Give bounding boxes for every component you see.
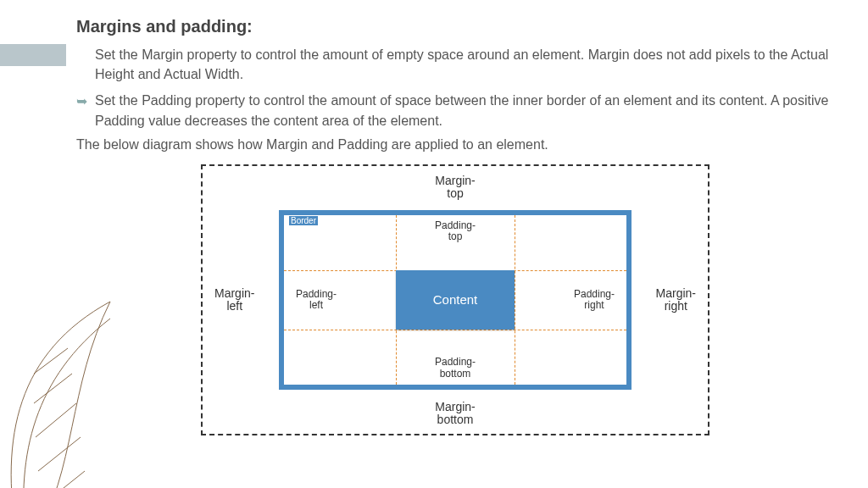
bullet-icon: ➥ [76, 91, 95, 130]
margin-bottom-label: Margin-bottom [435, 401, 475, 427]
content-box: Content [396, 270, 515, 330]
bullet-item: ➥ Set the Padding property to control th… [76, 91, 834, 130]
page-title: Margins and padding: [76, 17, 834, 36]
accent-bar [0, 44, 66, 66]
diagram-lead: The below diagram shows how Margin and P… [76, 137, 834, 152]
slide: Margins and padding: ➥ Set the Margin pr… [0, 0, 868, 488]
diagram-container: Margin-top Margin-right Margin-bottom Ma… [76, 164, 834, 435]
margin-left-label: Margin-left [214, 286, 254, 313]
guide-line [515, 215, 515, 385]
content-label: Content [433, 292, 478, 307]
margin-top-label: Margin-top [435, 175, 475, 201]
padding-top-label: Padding-top [435, 220, 476, 242]
guide-line [284, 330, 626, 330]
box-model-diagram: Margin-top Margin-right Margin-bottom Ma… [201, 164, 709, 435]
padding-bottom-label: Padding-bottom [435, 357, 476, 379]
bullet-text: Set the Margin property to control the a… [95, 45, 834, 84]
border-box: Border Padding-top Padding-right Padding… [279, 210, 632, 390]
bullet-text: Set the Padding property to control the … [95, 91, 834, 130]
bullet-list: ➥ Set the Margin property to control the… [76, 45, 834, 130]
border-label: Border [289, 216, 318, 225]
margin-right-label: Margin-right [656, 286, 696, 313]
padding-right-label: Padding-right [574, 289, 615, 311]
padding-left-label: Padding-left [296, 289, 337, 311]
bullet-item: ➥ Set the Margin property to control the… [76, 45, 834, 84]
